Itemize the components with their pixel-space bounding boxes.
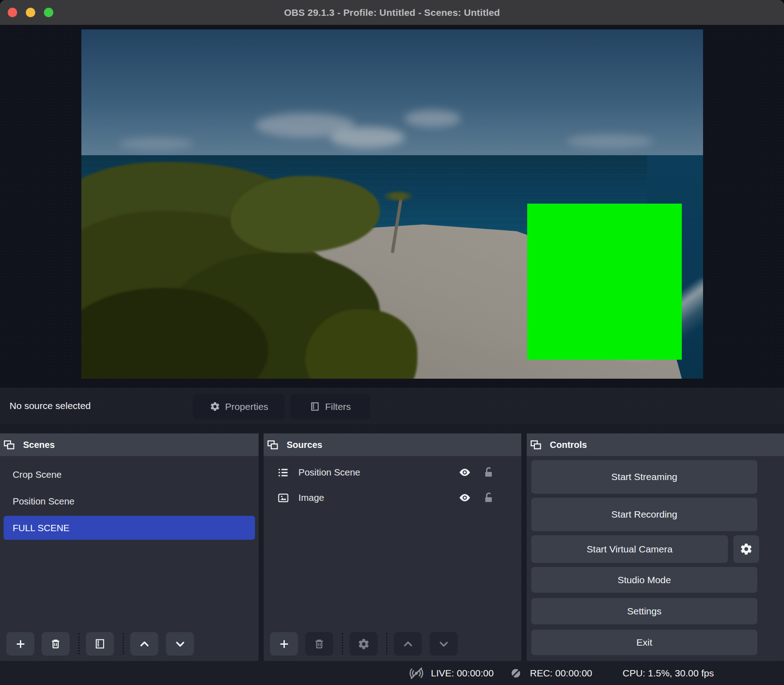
move-source-up-button[interactable] [394,632,422,656]
toolbar-separator [386,633,387,654]
scenes-toolbar [0,632,259,656]
status-bar: LIVE: 00:00:00 REC: 00:00:00 CPU: 1.5%, … [0,661,784,685]
toolbar-separator [78,633,80,654]
scenes-panel-header: Scenes [0,433,259,456]
window-title: OBS 29.1.3 - Profile: Untitled - Scenes:… [284,7,500,18]
start-recording-button[interactable]: Start Recording [531,498,757,531]
sources-panel-title: Sources [287,440,322,450]
record-inactive-icon [509,661,523,685]
filters-button-label: Filters [325,401,351,412]
visibility-eye-icon[interactable] [458,466,472,479]
toolbar-separator [342,633,343,654]
gear-icon [210,401,220,412]
controls-panel: Controls Start Streaming Start Recording… [527,433,784,661]
stream-inactive-icon [408,661,425,685]
scene-preview-canvas[interactable] [81,29,703,379]
controls-panel-header: Controls [527,433,784,456]
selected-source-status: No source selected [9,388,91,424]
lock-icon[interactable] [482,466,495,479]
sources-panel: Sources Position Scene Image [264,433,521,661]
virtual-camera-settings-button[interactable] [733,535,759,563]
remove-source-button[interactable] [305,632,333,656]
filters-icon [310,401,320,412]
add-source-button[interactable] [270,632,298,656]
visibility-eye-icon[interactable] [458,491,472,504]
exit-button[interactable]: Exit [531,630,757,655]
zoom-window-button[interactable] [44,8,53,17]
cpu-fps-stats: CPU: 1.5%, 30.00 fps [623,661,714,685]
scene-item-crop-scene[interactable]: Crop Scene [4,462,255,486]
scenes-panel-title: Scenes [23,440,55,450]
move-scene-up-button[interactable] [130,632,158,656]
scenes-panel: Scenes Crop Scene Position Scene FULL SC… [0,433,259,661]
sources-toolbar [264,632,521,656]
image-icon [277,492,289,504]
minimize-window-button[interactable] [26,8,35,17]
preview-area [0,25,784,388]
source-toolbar: No source selected Properties Filters [0,388,784,424]
add-scene-button[interactable] [6,632,34,656]
obs-window: OBS 29.1.3 - Profile: Untitled - Scenes:… [0,0,784,685]
scene-list-icon [277,466,289,479]
dock-icon [530,439,542,451]
source-item-position-scene[interactable]: Position Scene [264,460,521,485]
properties-button[interactable]: Properties [193,394,285,419]
close-window-button[interactable] [8,8,17,17]
dock-icon [3,439,15,451]
scene-item-position-scene[interactable]: Position Scene [4,489,255,513]
start-virtual-camera-button[interactable]: Start Virtual Camera [531,535,728,563]
scene-item-full-scene-selected[interactable]: FULL SCENE [4,516,255,540]
filters-button[interactable]: Filters [290,394,370,419]
scene-filters-button[interactable] [86,632,114,656]
controls-panel-title: Controls [550,440,587,450]
green-color-source[interactable] [527,204,682,359]
live-time: LIVE: 00:00:00 [431,661,494,685]
rec-time: REC: 00:00:00 [530,661,592,685]
start-streaming-button[interactable]: Start Streaming [531,460,757,494]
move-source-down-button[interactable] [430,632,458,656]
move-scene-down-button[interactable] [166,632,194,656]
source-item-image[interactable]: Image [264,485,521,510]
studio-mode-button[interactable]: Studio Mode [531,567,757,593]
dock-icon [267,439,279,451]
properties-button-label: Properties [225,401,269,412]
lock-icon[interactable] [482,492,495,504]
sources-panel-header: Sources [264,433,521,456]
gear-icon [740,542,753,556]
remove-scene-button[interactable] [42,632,70,656]
title-bar: OBS 29.1.3 - Profile: Untitled - Scenes:… [0,0,784,25]
settings-button[interactable]: Settings [531,598,757,624]
source-properties-button[interactable] [349,632,378,656]
toolbar-separator [123,633,124,654]
